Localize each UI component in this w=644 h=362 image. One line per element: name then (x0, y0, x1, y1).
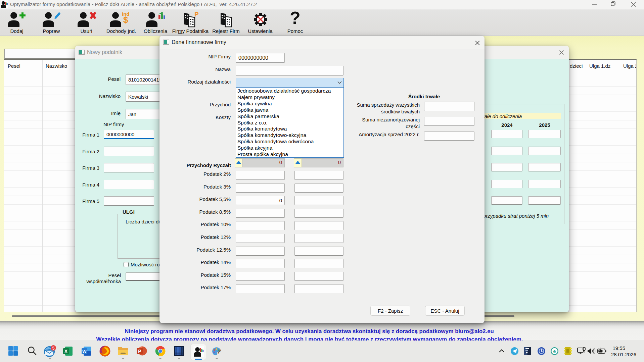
svg-text:X: X (64, 349, 68, 354)
svg-text:W: W (82, 349, 87, 354)
svg-text:P: P (138, 349, 141, 354)
svg-text:P: P (194, 12, 199, 18)
svg-text:e: e (553, 349, 556, 354)
svg-text:5: 5 (52, 346, 55, 351)
svg-text:$: $ (123, 15, 128, 25)
